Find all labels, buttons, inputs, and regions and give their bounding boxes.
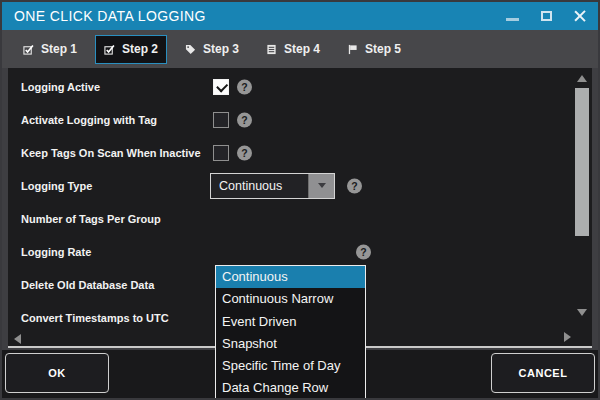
tab-label: Step 3: [203, 42, 239, 56]
tab-label: Step 5: [365, 42, 401, 56]
field-label: Logging Active: [21, 81, 100, 93]
row-keep-tags-on-scan: Keep Tags On Scan When Inactive ?: [8, 136, 592, 169]
field-label: Activate Logging with Tag: [21, 114, 157, 126]
tag-icon: [185, 44, 196, 55]
row-activate-logging-with-tag: Activate Logging with Tag ?: [8, 103, 592, 136]
step-tabbar: Step 1 Step 2 Step 3 Step 4 Step 5: [2, 30, 598, 68]
one-click-data-logging-dialog: ONE CLICK DATA LOGGING Step 1 Step 2 Ste…: [0, 0, 600, 400]
field-label: Delete Old Database Data: [21, 279, 154, 291]
vertical-scrollbar[interactable]: [574, 70, 590, 322]
minimize-button[interactable]: [504, 8, 520, 24]
list-icon: [266, 44, 277, 55]
help-icon[interactable]: ?: [237, 145, 252, 160]
row-logging-rate: Logging Rate ?: [8, 235, 592, 268]
tab-step-4[interactable]: Step 4: [257, 35, 329, 64]
tab-label: Step 1: [41, 42, 77, 56]
checkbox-check-icon: [104, 44, 115, 55]
help-icon[interactable]: ?: [237, 79, 252, 94]
tab-step-3[interactable]: Step 3: [176, 35, 248, 64]
checkbox-check-icon: [23, 44, 34, 55]
logging-active-checkbox[interactable]: [213, 79, 229, 95]
settings-panel: Logging Active ? Activate Logging with T…: [8, 68, 592, 348]
scroll-right-icon[interactable]: [564, 332, 571, 342]
tab-step-1[interactable]: Step 1: [14, 35, 86, 64]
dropdown-option-continuous-narrow[interactable]: Continuous Narrow: [216, 288, 365, 310]
row-logging-active: Logging Active ?: [8, 70, 592, 103]
combobox-dropdown-button[interactable]: [308, 174, 334, 198]
dropdown-option-event-driven[interactable]: Event Driven: [216, 311, 365, 333]
help-icon[interactable]: ?: [347, 178, 362, 193]
vertical-scrollbar-thumb[interactable]: [575, 88, 589, 236]
row-number-of-tags-per-group: Number of Tags Per Group: [8, 202, 592, 235]
logging-type-combobox[interactable]: Continuous: [210, 173, 335, 199]
maximize-button[interactable]: [538, 8, 554, 24]
tab-step-2[interactable]: Step 2: [95, 35, 167, 64]
keep-tags-on-scan-checkbox[interactable]: [213, 145, 229, 161]
scroll-up-icon[interactable]: [577, 75, 587, 82]
help-icon[interactable]: ?: [237, 112, 252, 127]
scroll-left-icon[interactable]: [14, 334, 21, 344]
activate-logging-with-tag-checkbox[interactable]: [213, 112, 229, 128]
cancel-button[interactable]: CANCEL: [491, 353, 595, 393]
minimize-icon: [506, 18, 519, 21]
maximize-icon: [541, 11, 552, 21]
help-icon[interactable]: ?: [356, 244, 371, 259]
row-logging-type: Logging Type Continuous ?: [8, 169, 592, 202]
dropdown-option-snapshot[interactable]: Snapshot: [216, 333, 365, 355]
close-icon: [573, 9, 587, 23]
tab-label: Step 4: [284, 42, 320, 56]
titlebar: ONE CLICK DATA LOGGING: [2, 2, 598, 30]
window-title: ONE CLICK DATA LOGGING: [14, 8, 206, 24]
combobox-value: Continuous: [211, 179, 308, 193]
field-label: Convert Timestamps to UTC: [21, 312, 169, 324]
dropdown-option-specific-time-of-day[interactable]: Specific Time of Day: [216, 355, 365, 377]
field-label: Keep Tags On Scan When Inactive: [21, 147, 201, 159]
scroll-down-icon[interactable]: [577, 309, 587, 316]
ok-button[interactable]: OK: [5, 353, 109, 393]
field-label: Logging Type: [21, 180, 92, 192]
chevron-down-icon: [318, 183, 326, 188]
field-label: Logging Rate: [21, 246, 91, 258]
flag-icon: [347, 44, 358, 55]
field-label: Number of Tags Per Group: [21, 213, 161, 225]
dropdown-option-continuous[interactable]: Continuous: [216, 266, 365, 288]
logging-type-dropdown-list: Continuous Continuous Narrow Event Drive…: [215, 265, 366, 400]
tab-label: Step 2: [122, 42, 158, 56]
tab-step-5[interactable]: Step 5: [338, 35, 410, 64]
close-button[interactable]: [572, 8, 588, 24]
dropdown-option-data-change-row[interactable]: Data Change Row: [216, 377, 365, 399]
